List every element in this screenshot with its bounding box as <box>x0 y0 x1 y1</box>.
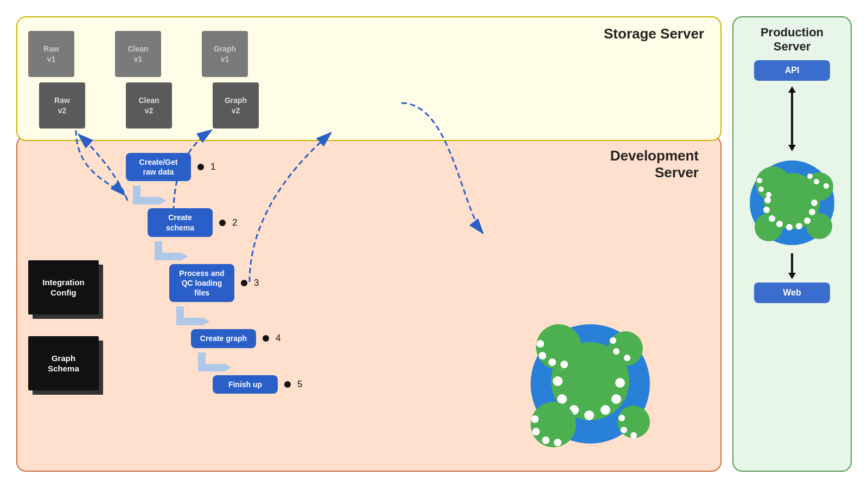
step-4-number: 4 <box>276 333 280 344</box>
arrow-3-4 <box>169 306 302 326</box>
prod-graph-svg <box>746 157 838 249</box>
svg-point-19 <box>531 402 576 447</box>
svg-point-52 <box>758 187 764 192</box>
svg-marker-34 <box>788 86 796 93</box>
production-server-title: ProductionServer <box>761 25 824 54</box>
step-5-row: Finish up 5 <box>213 375 302 394</box>
prod-bidirectional-arrow <box>787 86 797 151</box>
arrow-1-2 <box>126 185 302 205</box>
step-5-number: 5 <box>297 379 302 390</box>
svg-point-11 <box>601 405 610 415</box>
svg-point-29 <box>618 415 625 421</box>
step-1-btn[interactable]: Create/Getraw data <box>126 153 191 181</box>
step-5-btn[interactable]: Finish up <box>213 375 278 394</box>
step-connector-svg-3 <box>169 306 213 326</box>
cube-clean-back: Cleanv1 <box>115 31 161 77</box>
steps-column: Create/Getraw data 1 Createschema 2 <box>126 147 302 460</box>
integration-config-box: IntegrationConfig <box>28 260 99 314</box>
svg-point-56 <box>824 183 829 189</box>
svg-point-14 <box>536 324 582 370</box>
step-3-number: 3 <box>254 278 259 288</box>
step-connector-svg-2 <box>148 241 191 261</box>
cube-raw-back: Rawv1 <box>28 31 74 77</box>
svg-point-40 <box>755 213 783 241</box>
arrow-2-3 <box>148 241 302 261</box>
svg-point-50 <box>811 200 818 206</box>
arrow-4-5 <box>191 352 302 372</box>
step-4-bullet <box>263 335 269 342</box>
svg-point-30 <box>621 427 627 433</box>
svg-marker-35 <box>788 145 796 151</box>
svg-point-7 <box>553 376 563 386</box>
step-1-bullet <box>197 164 204 170</box>
svg-point-23 <box>554 439 561 446</box>
dev-server-title: DevelopmentServer <box>610 147 699 181</box>
prod-graph-visual <box>746 157 838 249</box>
svg-point-24 <box>608 331 643 366</box>
svg-point-53 <box>766 192 771 197</box>
svg-point-26 <box>613 348 620 355</box>
svg-point-51 <box>757 178 762 183</box>
cube-clean: Cleanv1 Cleanv2 <box>115 31 175 129</box>
api-box: API <box>754 60 830 81</box>
prod-arrow-svg <box>787 86 797 151</box>
svg-point-48 <box>804 217 810 224</box>
svg-point-42 <box>764 197 771 203</box>
svg-marker-1 <box>180 252 188 261</box>
cubes-row: Rawv1 Rawv2 Cleanv1 Cleanv2 Graphv1 Grap… <box>28 31 261 129</box>
svg-point-12 <box>611 394 621 404</box>
svg-point-15 <box>537 340 544 348</box>
cube-graph-back: Graphv1 <box>202 31 248 77</box>
production-server-box: ProductionServer API <box>732 16 852 472</box>
step-4-btn[interactable]: Create graph <box>191 329 256 348</box>
svg-point-38 <box>756 166 790 201</box>
svg-point-46 <box>786 224 793 230</box>
step-3-bullet <box>241 280 247 286</box>
svg-point-25 <box>610 337 616 344</box>
cube-graph: Graphv1 Graphv2 <box>202 31 261 129</box>
svg-point-22 <box>542 436 550 444</box>
svg-point-21 <box>532 428 540 435</box>
svg-point-27 <box>624 355 630 361</box>
svg-point-47 <box>796 223 802 229</box>
svg-point-54 <box>807 174 813 179</box>
storage-server-box: Storage Server Rawv1 Rawv2 Cleanv1 Clean… <box>16 16 722 141</box>
graph-schema: GraphSchema <box>28 336 99 390</box>
integration-config: IntegrationConfig <box>28 260 99 314</box>
svg-point-17 <box>548 358 556 366</box>
graph-svg <box>525 319 655 449</box>
step-2-number: 2 <box>232 217 237 228</box>
prod-down-arrow <box>787 252 797 279</box>
svg-marker-0 <box>158 196 167 205</box>
step-connector-svg-1 <box>126 185 169 205</box>
graph-visualization <box>525 319 655 449</box>
svg-point-31 <box>630 432 637 439</box>
cube-graph-front: Graphv2 <box>213 82 259 129</box>
left-boxes: IntegrationConfig GraphSchema <box>28 191 99 460</box>
step-1-number: 1 <box>210 162 215 172</box>
svg-point-16 <box>539 352 546 359</box>
step-3-btn[interactable]: Process andQC loadingfiles <box>169 264 234 303</box>
step-5-bullet <box>284 381 291 388</box>
step-connector-svg-4 <box>191 352 234 372</box>
svg-point-20 <box>531 415 539 423</box>
step-2-btn[interactable]: Createschema <box>148 208 213 236</box>
step-3-row: Process andQC loadingfiles 3 <box>169 264 302 303</box>
svg-point-55 <box>814 179 819 184</box>
svg-marker-58 <box>788 273 796 279</box>
svg-point-41 <box>806 213 832 239</box>
web-box: Web <box>754 282 830 303</box>
svg-point-10 <box>584 410 594 420</box>
step-4-row: Create graph 4 <box>191 329 302 348</box>
step-2-row: Createschema 2 <box>148 208 302 236</box>
svg-point-18 <box>560 361 568 368</box>
svg-point-13 <box>615 378 625 388</box>
cube-clean-front: Cleanv2 <box>126 82 172 129</box>
svg-point-44 <box>769 215 775 222</box>
svg-point-49 <box>809 209 815 215</box>
step-2-bullet <box>219 220 226 226</box>
svg-marker-2 <box>202 317 210 326</box>
step-1-row: Create/Getraw data 1 <box>126 153 302 181</box>
prod-down-arrow-svg <box>787 252 797 279</box>
svg-point-43 <box>763 207 770 213</box>
